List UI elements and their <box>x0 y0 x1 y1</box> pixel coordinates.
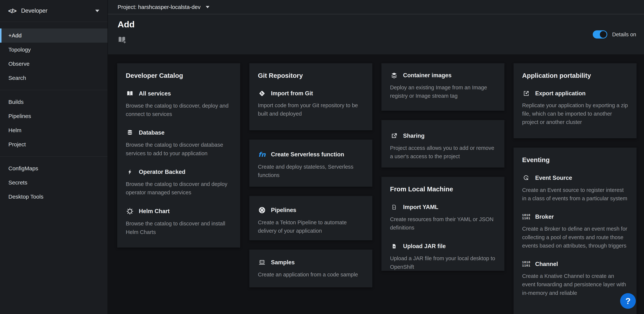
card-column: Application portability Export applicati… <box>514 63 636 314</box>
tile-description: Create an Event source to register inter… <box>522 186 628 203</box>
tile-channel[interactable]: 1010 1101 Channel Create a Knative Chann… <box>522 261 628 297</box>
sidebar: </> Developer +Add Topology Observe Sear… <box>0 0 108 314</box>
channel-icon: 1010 1101 <box>522 261 530 268</box>
card-title: Git Repository <box>258 72 364 79</box>
tile-sharing[interactable]: Sharing Project access allows you to add… <box>390 132 496 161</box>
tile-description: Import code from your Git repository to … <box>258 101 364 118</box>
tile-description: Create a Tekton Pipeline to automate del… <box>258 218 364 235</box>
code-icon: </> <box>8 7 16 14</box>
tile-title: Broker <box>535 214 554 220</box>
question-mark-icon: ? <box>625 296 630 306</box>
book-open-icon <box>126 90 134 97</box>
sidebar-item-add[interactable]: +Add <box>0 28 108 43</box>
card-column: Developer Catalog All services Browse th… <box>117 63 240 248</box>
page-title: Add <box>118 19 134 29</box>
tile-title: Upload JAR file <box>403 243 446 250</box>
sidebar-item-project[interactable]: Project <box>0 137 108 152</box>
tile-container-images[interactable]: Container images Deploy an existing Imag… <box>390 72 496 100</box>
tile-description: Replicate your application by exporting … <box>522 101 628 127</box>
card-pipelines: Pipelines Create a Tekton Pipeline to au… <box>249 196 372 240</box>
yaml-file-icon <box>390 204 398 211</box>
sidebar-divider <box>0 90 108 90</box>
tile-title: All services <box>139 90 171 97</box>
card-title: Application portability <box>522 72 628 79</box>
tile-event-source[interactable]: Event Source Create an Event source to r… <box>522 174 628 203</box>
sidebar-item-observe[interactable]: Observe <box>0 57 108 71</box>
tile-export-application[interactable]: Export application Replicate your applic… <box>522 90 628 127</box>
details-toggle[interactable] <box>593 30 607 38</box>
tile-title: Samples <box>271 259 295 266</box>
samples-icon <box>258 259 266 266</box>
tile-description: Create resources from their YAML or JSON… <box>390 215 496 232</box>
tile-upload-jar-file[interactable]: Upload JAR file Upload a JAR file from y… <box>390 243 496 271</box>
tile-helm-chart[interactable]: Helm Chart Browse the catalog to discove… <box>126 208 232 236</box>
project-selector[interactable]: Project: harshcasper-localsta-dev <box>118 4 200 10</box>
sidebar-item-builds[interactable]: Builds <box>0 95 108 109</box>
bolt-icon <box>126 168 134 176</box>
card-application-portability: Application portability Export applicati… <box>514 63 636 138</box>
tile-title: Event Source <box>535 175 572 181</box>
perspective-switcher[interactable]: </> Developer <box>0 0 108 22</box>
card-developer-catalog: Developer Catalog All services Browse th… <box>117 63 240 248</box>
card-sharing: Sharing Project access allows you to add… <box>382 120 504 168</box>
sidebar-item-topology[interactable]: Topology <box>0 43 108 57</box>
help-button[interactable]: ? <box>620 293 636 309</box>
sidebar-item-configmaps[interactable]: ConfigMaps <box>0 161 108 176</box>
chevron-down-icon[interactable] <box>206 6 210 8</box>
tile-import-from-git[interactable]: Import from Git Import code from your Gi… <box>258 90 364 118</box>
card-git-repository: Git Repository Import from Git <box>249 63 372 130</box>
tile-title: Operator Backed <box>139 169 186 175</box>
tile-description: Browse the catalog to discover database … <box>126 141 232 157</box>
tile-title: Helm Chart <box>139 208 170 215</box>
card-title: From Local Machine <box>390 185 496 193</box>
broker-icon: 1010 1101 <box>522 214 530 220</box>
card-from-local-machine: From Local Machine Import YAML Create re… <box>382 177 504 271</box>
tile-title: Pipelines <box>271 207 296 214</box>
tile-create-serverless-function[interactable]: fn Create Serverless function Create and… <box>258 151 364 179</box>
tile-description: Deploy an existing Image from an Image r… <box>390 83 496 100</box>
tile-title: Export application <box>535 90 586 97</box>
tile-description: Browse the catalog to discover, deploy a… <box>126 102 232 118</box>
sidebar-item-pipelines[interactable]: Pipelines <box>0 109 108 123</box>
details-toggle-knob <box>600 31 606 38</box>
tile-description: Project access allows you to add or remo… <box>390 144 496 161</box>
chevron-down-icon <box>95 10 99 12</box>
sidebar-item-search[interactable]: Search <box>0 71 108 85</box>
card-serverless-function: fn Create Serverless function Create and… <box>249 140 372 187</box>
tile-samples[interactable]: Samples Create an application from a cod… <box>258 259 364 279</box>
event-source-icon <box>522 174 530 181</box>
guided-tour-book-plus-icon[interactable] <box>118 35 126 44</box>
sidebar-item-desktop-tools[interactable]: Desktop Tools <box>0 190 108 204</box>
tile-operator-backed[interactable]: Operator Backed Browse the catalog to di… <box>126 168 232 197</box>
helm-wheel-icon <box>126 208 134 215</box>
tile-description: Create a Broker to define an event mesh … <box>522 225 628 250</box>
layers-icon <box>390 72 398 79</box>
tile-title: Import YAML <box>403 204 438 211</box>
tile-title: Database <box>139 129 164 136</box>
perspective-label: Developer <box>21 7 47 14</box>
sidebar-item-helm[interactable]: Helm <box>0 123 108 137</box>
card-container-images: Container images Deploy an existing Imag… <box>382 63 504 111</box>
sidebar-item-secrets[interactable]: Secrets <box>0 176 108 190</box>
card-title: Eventing <box>522 156 628 164</box>
tile-title: Container images <box>403 72 452 79</box>
details-toggle-label: Details on <box>612 31 636 38</box>
tile-all-services[interactable]: All services Browse the catalog to disco… <box>126 90 232 118</box>
card-column: Git Repository Import from Git <box>249 63 372 287</box>
tile-title: Sharing <box>403 133 424 139</box>
export-icon <box>522 90 530 97</box>
tile-description: Create and deploy stateless, Serverless … <box>258 163 364 179</box>
tile-pipelines[interactable]: Pipelines Create a Tekton Pipeline to au… <box>258 206 364 235</box>
tile-title: Import from Git <box>271 90 313 97</box>
tile-title: Create Serverless function <box>271 151 344 158</box>
tile-title: Channel <box>535 261 558 268</box>
tile-database[interactable]: Database Browse the catalog to discover … <box>126 129 232 157</box>
main-area: Project: harshcasper-localsta-dev Add De… <box>108 0 644 314</box>
upload-file-icon <box>390 243 398 250</box>
tile-import-yaml[interactable]: Import YAML Create resources from their … <box>390 204 496 232</box>
tile-description: Upload a JAR file from your local deskto… <box>390 254 496 271</box>
tile-broker[interactable]: 1010 1101 Broker Create a Broker to defi… <box>522 214 628 250</box>
git-icon <box>258 90 266 97</box>
sidebar-divider <box>0 156 108 157</box>
serverless-fn-icon: fn <box>258 151 266 158</box>
